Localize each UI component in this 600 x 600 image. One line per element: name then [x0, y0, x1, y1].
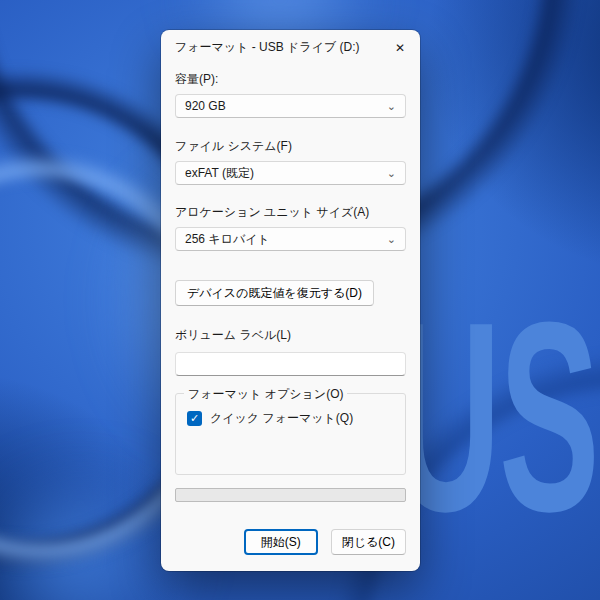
- close-dialog-button[interactable]: 閉じる(C): [331, 529, 406, 555]
- wallpaper-watermark-text: US: [392, 282, 598, 552]
- allocation-unit-value: 256 キロバイト: [185, 231, 270, 248]
- dialog-title: フォーマット - USB ドライブ (D:): [175, 39, 360, 56]
- chevron-down-icon: ⌄: [387, 101, 396, 112]
- dialog-body: 容量(P): 920 GB ⌄ ファイル システム(F) exFAT (既定) …: [161, 71, 420, 502]
- capacity-value: 920 GB: [185, 99, 226, 113]
- format-dialog: フォーマット - USB ドライブ (D:) ✕ 容量(P): 920 GB ⌄…: [161, 30, 420, 571]
- quick-format-checkbox[interactable]: ✓: [187, 411, 202, 426]
- titlebar[interactable]: フォーマット - USB ドライブ (D:) ✕: [161, 30, 420, 64]
- capacity-dropdown[interactable]: 920 GB ⌄: [175, 94, 406, 118]
- volume-label-input[interactable]: [175, 352, 406, 376]
- allocation-unit-label: アロケーション ユニット サイズ(A): [175, 204, 406, 221]
- quick-format-label: クイック フォーマット(Q): [210, 410, 353, 427]
- format-options-label: フォーマット オプション(O): [184, 386, 347, 403]
- close-button[interactable]: ✕: [384, 34, 416, 62]
- close-icon: ✕: [395, 41, 405, 55]
- restore-defaults-button[interactable]: デバイスの既定値を復元する(D): [175, 280, 374, 306]
- check-icon: ✓: [190, 413, 199, 424]
- chevron-down-icon: ⌄: [387, 168, 396, 179]
- file-system-label: ファイル システム(F): [175, 138, 406, 155]
- format-progress-bar: [175, 488, 406, 502]
- dialog-footer: 開始(S) 閉じる(C): [244, 529, 406, 555]
- allocation-unit-dropdown[interactable]: 256 キロバイト ⌄: [175, 227, 406, 251]
- capacity-label: 容量(P):: [175, 71, 406, 88]
- file-system-dropdown[interactable]: exFAT (既定) ⌄: [175, 161, 406, 185]
- file-system-value: exFAT (既定): [185, 165, 254, 182]
- quick-format-option[interactable]: ✓ クイック フォーマット(Q): [187, 410, 394, 427]
- start-button[interactable]: 開始(S): [244, 529, 318, 555]
- volume-label-label: ボリューム ラベル(L): [175, 327, 406, 344]
- chevron-down-icon: ⌄: [387, 234, 396, 245]
- format-options-group: フォーマット オプション(O) ✓ クイック フォーマット(Q): [175, 393, 406, 475]
